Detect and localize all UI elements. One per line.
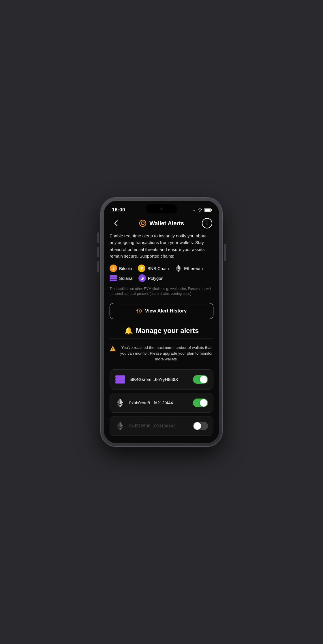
wallet3-toggle-thumb <box>194 422 201 430</box>
island-camera <box>160 208 163 210</box>
chains-list: ₿ Bitcoin <box>110 265 213 282</box>
svg-marker-10 <box>178 269 181 272</box>
chain-item-bnb: BNB Chain <box>138 265 169 272</box>
status-icons: ••• <box>192 208 211 213</box>
bell-icon: 🔔 <box>124 327 133 335</box>
pol-label: Polygon <box>148 276 164 281</box>
btc-icon: ₿ <box>110 265 117 272</box>
wifi-icon <box>197 208 202 213</box>
battery-fill <box>205 209 211 211</box>
wallet2-toggle[interactable] <box>193 399 208 407</box>
svg-rect-18 <box>115 381 125 384</box>
main-content: Enable real-time alerts to instantly not… <box>104 232 219 436</box>
info-icon: i <box>206 221 208 226</box>
view-history-label: View Alert History <box>145 308 187 314</box>
svg-text:!: ! <box>112 347 113 351</box>
chain-item-btc: ₿ Bitcoin <box>110 265 132 272</box>
wallet1-toggle[interactable] <box>193 375 208 384</box>
svg-marker-6 <box>141 267 142 270</box>
wallet3-toggle[interactable] <box>193 422 208 430</box>
history-icon <box>136 308 142 314</box>
eth-icon <box>174 265 182 272</box>
view-history-button[interactable]: View Alert History <box>110 303 213 319</box>
svg-marker-20 <box>120 398 123 404</box>
battery-icon <box>204 208 211 212</box>
wallet1-address: 5tK4Gsrbm...6oYyH856X <box>129 377 189 382</box>
wallet-row-1: 5tK4Gsrbm...6oYyH856X <box>110 369 213 390</box>
wallet2-address: 0xbb0cae8...fd212f444 <box>129 400 189 405</box>
wallet-alerts-logo-icon <box>139 219 147 227</box>
page-title: Wallet Alerts <box>139 219 184 227</box>
svg-marker-24 <box>120 421 123 427</box>
wallet3-chain-icon <box>115 421 125 431</box>
manage-section-title: 🔔 Manage your alerts <box>110 327 213 335</box>
pol-icon <box>138 274 146 282</box>
warning-text: You've reached the maximum number of wal… <box>119 345 213 362</box>
wallet-row-3: 0xd976508...00313d1a3 <box>110 416 213 436</box>
signal-icon: ••• <box>192 209 196 211</box>
bnb-label: BNB Chain <box>147 266 169 271</box>
svg-marker-25 <box>117 427 120 431</box>
eth-label: Ethereum <box>184 266 203 271</box>
disclaimer-text: Transactions on other EVM chains e.g. Av… <box>110 286 213 297</box>
svg-rect-17 <box>115 378 125 381</box>
home-indicator <box>104 439 219 443</box>
nav-bar: Wallet Alerts i <box>104 215 219 232</box>
back-button[interactable] <box>111 218 121 228</box>
section-divider <box>110 338 213 338</box>
wallet3-address: 0xd976508...00313d1a3 <box>129 423 189 428</box>
status-time: 16:00 <box>112 207 125 213</box>
page-title-text: Wallet Alerts <box>149 220 184 227</box>
svg-marker-22 <box>120 403 123 407</box>
bnb-icon <box>138 265 145 272</box>
sol-label: Solana <box>119 276 133 281</box>
chain-item-eth: Ethereum <box>174 265 203 272</box>
svg-marker-26 <box>120 427 123 431</box>
warning-icon: ! <box>110 345 116 353</box>
screen: 16:00 ••• <box>104 201 219 443</box>
svg-marker-21 <box>117 403 120 407</box>
svg-rect-3 <box>139 267 140 269</box>
dynamic-island <box>146 204 177 213</box>
svg-rect-12 <box>110 277 117 279</box>
wallet-row-2: 0xbb0cae8...fd212f444 <box>110 393 213 413</box>
warning-box: ! You've reached the maximum number of w… <box>110 344 213 364</box>
sol-icon <box>110 274 117 282</box>
svg-rect-13 <box>110 280 117 281</box>
phone-inner: 16:00 ••• <box>104 201 219 443</box>
svg-marker-9 <box>176 269 178 272</box>
info-button[interactable]: i <box>202 218 212 228</box>
wallet2-toggle-thumb <box>200 399 207 407</box>
chain-item-sol: Solana <box>110 274 133 282</box>
description-text: Enable real-time alerts to instantly not… <box>110 232 213 259</box>
svg-marker-8 <box>178 265 181 269</box>
svg-point-0 <box>140 220 146 226</box>
manage-title-text: Manage your alerts <box>136 327 199 335</box>
svg-marker-19 <box>117 398 120 404</box>
svg-rect-16 <box>115 375 125 378</box>
wallet2-chain-icon <box>115 398 125 408</box>
btc-label: Bitcoin <box>119 266 132 271</box>
wallet1-chain-icon <box>115 374 125 385</box>
wallet1-toggle-thumb <box>200 376 207 383</box>
phone-frame: 16:00 ••• <box>101 198 222 446</box>
svg-marker-7 <box>176 265 178 269</box>
svg-point-1 <box>141 222 144 225</box>
svg-rect-11 <box>110 275 117 277</box>
chain-item-pol: Polygon <box>138 274 164 282</box>
svg-marker-23 <box>117 421 120 427</box>
